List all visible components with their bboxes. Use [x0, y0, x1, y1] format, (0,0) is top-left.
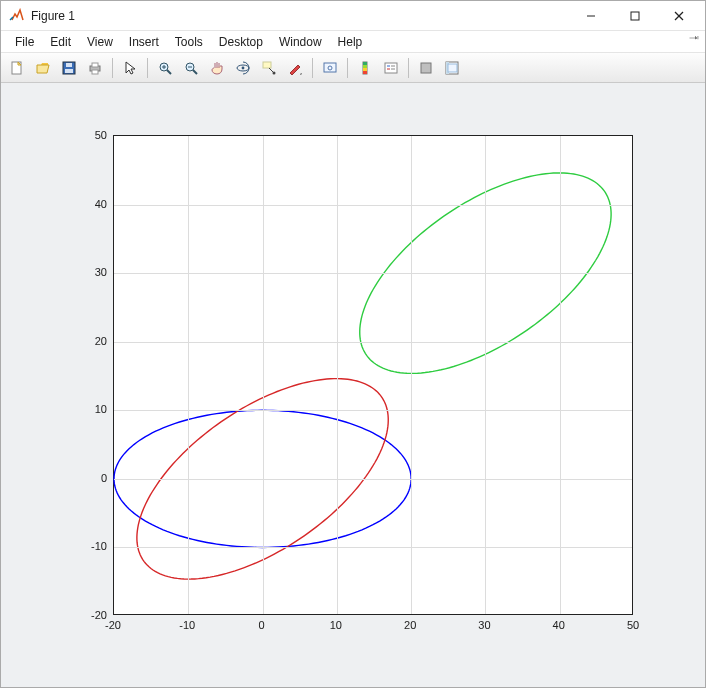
toolbar-separator [147, 58, 148, 78]
svg-rect-28 [363, 68, 367, 71]
plot-svg [114, 136, 632, 614]
hide-plot-tools-button[interactable] [414, 56, 438, 80]
svg-rect-7 [65, 69, 73, 73]
gridline-v [188, 136, 189, 614]
open-file-button[interactable] [31, 56, 55, 80]
link-plot-button[interactable] [318, 56, 342, 80]
axes-box [113, 135, 633, 615]
svg-point-22 [273, 71, 276, 74]
figure-canvas: -20-1001020304050 -20-1001020304050 [1, 83, 705, 687]
menu-view[interactable]: View [79, 33, 121, 51]
ytick-label: 30 [49, 266, 107, 278]
ytick-label: 10 [49, 403, 107, 415]
matlab-icon [9, 8, 25, 24]
maximize-button[interactable] [613, 2, 657, 30]
menu-window[interactable]: Window [271, 33, 330, 51]
toolbar [1, 53, 705, 83]
xtick-label: 40 [553, 619, 565, 631]
axes[interactable]: -20-1001020304050 -20-1001020304050 [43, 115, 663, 655]
insert-colorbar-button[interactable] [353, 56, 377, 80]
gridline-h [114, 479, 632, 480]
gridline-h [114, 342, 632, 343]
gridline-h [114, 410, 632, 411]
data-cursor-button[interactable] [257, 56, 281, 80]
figure-window: Figure 1 File Edit View Insert Tools Des… [0, 0, 706, 688]
xtick-label: 20 [404, 619, 416, 631]
gridline-v [337, 136, 338, 614]
new-figure-button[interactable] [5, 56, 29, 80]
ytick-label: 20 [49, 335, 107, 347]
insert-legend-button[interactable] [379, 56, 403, 80]
gridline-v [263, 136, 264, 614]
toolbar-separator [312, 58, 313, 78]
ytick-label: 0 [49, 472, 107, 484]
print-figure-button[interactable] [83, 56, 107, 80]
menu-help[interactable]: Help [330, 33, 371, 51]
minimize-button[interactable] [569, 2, 613, 30]
svg-rect-6 [66, 63, 72, 67]
svg-rect-38 [448, 64, 457, 72]
svg-rect-26 [363, 62, 367, 65]
dock-arrow-icon[interactable]: ⭲ [689, 33, 699, 44]
gridline-h [114, 205, 632, 206]
ytick-label: -20 [49, 609, 107, 621]
brush-button[interactable] [283, 56, 307, 80]
gridline-h [114, 547, 632, 548]
menu-file[interactable]: File [7, 33, 42, 51]
svg-rect-24 [324, 63, 336, 72]
svg-point-19 [242, 66, 245, 69]
gridline-v [485, 136, 486, 614]
show-plot-tools-button[interactable] [440, 56, 464, 80]
xtick-label: 30 [478, 619, 490, 631]
gridline-h [114, 273, 632, 274]
gridline-v [560, 136, 561, 614]
menubar: File Edit View Insert Tools Desktop Wind… [1, 31, 705, 53]
ytick-label: -10 [49, 540, 107, 552]
svg-marker-23 [300, 73, 302, 75]
xtick-label: -10 [179, 619, 195, 631]
svg-rect-30 [385, 63, 397, 73]
svg-rect-35 [421, 63, 431, 73]
svg-line-16 [193, 70, 197, 74]
menu-insert[interactable]: Insert [121, 33, 167, 51]
menu-desktop[interactable]: Desktop [211, 33, 271, 51]
toolbar-separator [408, 58, 409, 78]
xtick-label: 50 [627, 619, 639, 631]
close-button[interactable] [657, 2, 701, 30]
gridline-v [411, 136, 412, 614]
xtick-label: 10 [330, 619, 342, 631]
menu-tools[interactable]: Tools [167, 33, 211, 51]
zoom-in-button[interactable] [153, 56, 177, 80]
xtick-label: 0 [259, 619, 265, 631]
svg-rect-27 [363, 65, 367, 68]
svg-line-12 [167, 70, 171, 74]
pan-button[interactable] [205, 56, 229, 80]
svg-rect-10 [92, 70, 98, 74]
svg-rect-1 [631, 12, 639, 20]
zoom-out-button[interactable] [179, 56, 203, 80]
ytick-label: 50 [49, 129, 107, 141]
toolbar-separator [112, 58, 113, 78]
svg-rect-9 [92, 63, 98, 67]
xtick-label: -20 [105, 619, 121, 631]
save-figure-button[interactable] [57, 56, 81, 80]
menu-edit[interactable]: Edit [42, 33, 79, 51]
svg-rect-20 [263, 62, 271, 68]
window-title: Figure 1 [31, 9, 569, 23]
rotate-3d-button[interactable] [231, 56, 255, 80]
svg-rect-29 [363, 71, 367, 74]
edit-plot-button[interactable] [118, 56, 142, 80]
toolbar-separator [347, 58, 348, 78]
ytick-label: 40 [49, 198, 107, 210]
titlebar: Figure 1 [1, 1, 705, 31]
